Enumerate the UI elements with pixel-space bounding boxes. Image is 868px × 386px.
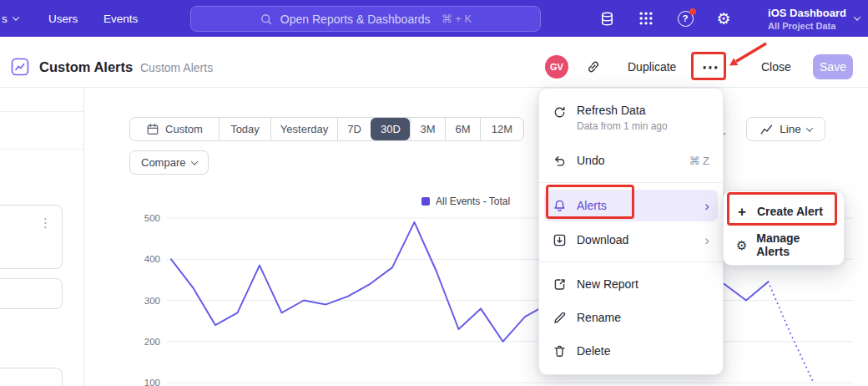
- date-range-today[interactable]: Today: [219, 118, 270, 140]
- gear-icon: ⚙: [735, 239, 748, 251]
- menu-item-rename[interactable]: Rename: [539, 301, 723, 334]
- submenu-chevron-icon: ›: [704, 199, 709, 213]
- project-title: iOS Dashboard: [768, 7, 846, 19]
- project-text: iOS Dashboard All Project Data: [768, 7, 846, 31]
- search-placeholder: Open Reports & Dashboards: [280, 13, 431, 26]
- legend-swatch: [421, 197, 430, 206]
- help-icon[interactable]: ?: [676, 0, 694, 37]
- chart-line-dotted: [769, 282, 813, 380]
- chevron-down-icon: [806, 124, 813, 131]
- refresh-icon: [553, 105, 567, 119]
- chart-type-label: Line: [780, 123, 801, 135]
- menu-item-alerts[interactable]: Alerts ›: [539, 188, 723, 223]
- submenu-label: Create Alert: [757, 205, 823, 218]
- more-options-button[interactable]: ⋯: [696, 57, 724, 77]
- submenu-label: Manage Alerts: [756, 231, 832, 258]
- menu-item-download[interactable]: Download ›: [539, 223, 723, 256]
- page-title: Custom Alerts: [39, 59, 133, 75]
- report-type-icon: [11, 58, 29, 76]
- chart-type-button[interactable]: Line: [746, 117, 825, 141]
- bell-icon: [553, 199, 567, 213]
- axis-tick-label: 300: [144, 296, 160, 306]
- menu-item-refresh-data[interactable]: Refresh Data Data from 1 min ago: [539, 95, 723, 144]
- date-range-6m[interactable]: 6M: [445, 118, 480, 140]
- menu-divider: [539, 262, 723, 262]
- menu-label: Alerts: [577, 199, 607, 212]
- menu-item-delete[interactable]: Delete: [539, 334, 723, 368]
- submenu-item-create-alert[interactable]: + Create Alert: [724, 195, 844, 228]
- axis-tick-label: 500: [144, 213, 160, 223]
- pencil-icon: [553, 311, 567, 325]
- menu-label: Delete: [577, 344, 610, 358]
- date-range-7d[interactable]: 7D: [337, 118, 371, 140]
- nav-item-users[interactable]: Users: [48, 0, 78, 37]
- search-icon: [260, 13, 273, 26]
- app-root: s Users Events Open Reports & Dashboards…: [0, 0, 868, 386]
- menu-label: Rename: [577, 311, 621, 324]
- calendar-icon: [146, 123, 159, 136]
- settings-gear-icon[interactable]: ⚙: [714, 0, 733, 37]
- menu-label: Refresh Data: [577, 104, 668, 117]
- top-nav: s Users Events Open Reports & Dashboards…: [0, 0, 868, 37]
- apps-grid-icon[interactable]: [637, 0, 655, 37]
- date-range-label: Custom: [165, 123, 203, 135]
- report-options-menu: Refresh Data Data from 1 min ago Undo ⌘ …: [538, 88, 724, 375]
- download-icon: [553, 233, 567, 247]
- alerts-submenu: + Create Alert ⚙ Manage Alerts: [723, 190, 845, 266]
- search-input[interactable]: Open Reports & Dashboards ⌘ + K: [190, 6, 541, 32]
- date-range-12m[interactable]: 12M: [480, 118, 523, 140]
- data-icon[interactable]: [598, 0, 616, 37]
- axis-tick-label: 400: [144, 254, 160, 264]
- duplicate-button[interactable]: Duplicate: [628, 60, 676, 74]
- plus-icon: +: [735, 205, 749, 219]
- chevron-down-icon: [854, 13, 860, 20]
- nav-partial-label: s: [2, 13, 8, 25]
- breadcrumb: Custom Alerts: [140, 61, 213, 74]
- nav-item-partial[interactable]: s: [2, 0, 18, 37]
- project-subtitle: All Project Data: [768, 21, 846, 31]
- close-button[interactable]: Close: [761, 60, 791, 74]
- date-range-custom[interactable]: Custom: [130, 118, 219, 140]
- link-icon[interactable]: [586, 59, 601, 74]
- trash-icon: [553, 344, 567, 358]
- menu-item-alerts-highlight: Alerts ›: [544, 190, 718, 221]
- axis-tick-label: 100: [144, 378, 160, 386]
- menu-sublabel: Data from 1 min ago: [577, 120, 668, 132]
- project-selector[interactable]: iOS Dashboard All Project Data: [768, 0, 860, 37]
- menu-label: Undo: [577, 154, 604, 167]
- compare-button[interactable]: Compare: [129, 150, 209, 175]
- menu-divider: [539, 182, 723, 183]
- axis-tick-label: 200: [144, 337, 160, 347]
- chevron-down-icon: [191, 158, 198, 165]
- search-shortcut: ⌘ + K: [442, 13, 472, 25]
- menu-label: Download: [577, 233, 628, 246]
- undo-icon: [553, 154, 567, 168]
- submenu-chevron-icon: ›: [704, 233, 709, 247]
- date-range-yesterday[interactable]: Yesterday: [270, 118, 337, 140]
- submenu-item-manage-alerts[interactable]: ⚙ Manage Alerts: [724, 228, 844, 262]
- compare-label: Compare: [141, 156, 185, 169]
- date-range-30d[interactable]: 30D: [371, 118, 410, 140]
- nav-item-events[interactable]: Events: [103, 0, 138, 37]
- date-range-control: Custom Today Yesterday 7D 30D 3M 6M 12M: [129, 117, 524, 141]
- save-button[interactable]: Save: [813, 54, 853, 79]
- notification-dot: [689, 8, 696, 15]
- chart-legend[interactable]: All Events - Total: [421, 196, 510, 207]
- avatar[interactable]: GV: [545, 55, 568, 79]
- legend-label: All Events - Total: [436, 196, 510, 207]
- line-chart-icon: [760, 122, 774, 136]
- menu-item-new-report[interactable]: New Report: [539, 267, 723, 301]
- report-header: Custom Alerts Custom Alerts GV Duplicate…: [0, 37, 868, 88]
- menu-shortcut: ⌘ Z: [689, 155, 709, 167]
- chevron-down-icon: [13, 13, 19, 20]
- new-report-icon: [553, 277, 567, 292]
- menu-label: New Report: [577, 277, 638, 291]
- menu-item-text: Refresh Data Data from 1 min ago: [577, 104, 668, 132]
- date-range-3m[interactable]: 3M: [410, 118, 445, 140]
- menu-item-undo[interactable]: Undo ⌘ Z: [539, 144, 723, 177]
